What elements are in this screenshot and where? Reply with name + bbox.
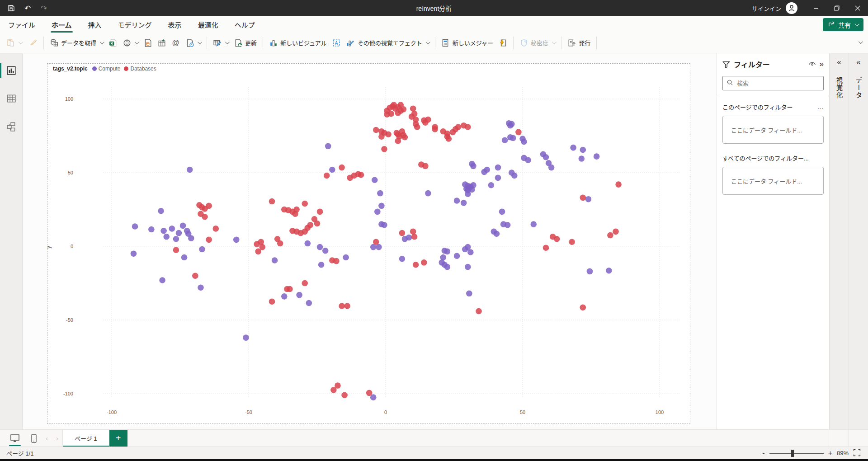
filter-search-box[interactable] bbox=[722, 76, 824, 90]
chevron-down-icon bbox=[855, 22, 859, 26]
chevron-down-icon bbox=[198, 40, 202, 44]
minimize-button[interactable] bbox=[806, 0, 826, 16]
collapse-filters-icon[interactable]: » bbox=[820, 60, 824, 69]
chevron-down-icon bbox=[135, 40, 139, 44]
menu-modeling[interactable]: モデリング bbox=[110, 16, 160, 33]
dropzone-hint: ここにデータ フィールド... bbox=[731, 177, 802, 185]
legend-label: Databases bbox=[130, 66, 156, 72]
visualizations-pane-label: 視覚化 bbox=[835, 77, 844, 99]
new-measure-button[interactable]: 新しいメジャー bbox=[439, 35, 496, 51]
publish-button[interactable]: 発行 bbox=[565, 35, 593, 51]
sql-server-button[interactable] bbox=[141, 35, 155, 51]
search-input[interactable] bbox=[737, 80, 814, 87]
share-icon bbox=[828, 21, 835, 29]
model-view-button[interactable] bbox=[0, 116, 23, 137]
text-box-icon: A bbox=[332, 38, 341, 47]
mobile-layout-button[interactable] bbox=[26, 430, 42, 447]
more-visuals-button[interactable]: その他の視覚エフェクト bbox=[344, 35, 432, 51]
filter-dropzone-page[interactable]: ここにデータ フィールド... bbox=[722, 116, 824, 144]
excel-workbook-button[interactable] bbox=[106, 35, 120, 51]
data-pane-collapsed[interactable]: « データ bbox=[849, 53, 868, 429]
page-bar: ‹ › ページ 1 + bbox=[0, 429, 868, 447]
report-canvas[interactable]: -100-50050100100500-50-100y tags_v2.topi… bbox=[23, 53, 717, 429]
legend-item-compute[interactable]: Compute bbox=[92, 66, 121, 72]
dataverse-icon: @ bbox=[171, 38, 180, 47]
new-visual-label: 新しいビジュアル bbox=[280, 38, 327, 47]
datasets-hub-icon bbox=[123, 38, 131, 47]
more-options-icon[interactable]: ... bbox=[817, 103, 824, 110]
desktop-layout-button[interactable] bbox=[7, 430, 23, 447]
zoom-controls: - + 89% bbox=[762, 449, 868, 458]
chevron-down-icon bbox=[552, 40, 557, 44]
report-view-button[interactable] bbox=[0, 60, 23, 81]
add-page-button[interactable]: + bbox=[109, 430, 127, 447]
zoom-in-button[interactable]: + bbox=[828, 449, 832, 457]
divider bbox=[829, 430, 829, 447]
compute-dot-icon bbox=[92, 66, 97, 71]
expand-data-icon[interactable]: « bbox=[856, 58, 860, 67]
quick-measure-button[interactable] bbox=[496, 35, 510, 51]
prev-page-arrow-icon[interactable]: ‹ bbox=[42, 434, 52, 442]
expand-visualizations-icon[interactable]: « bbox=[837, 58, 841, 67]
databases-dot-icon bbox=[124, 66, 128, 71]
chevron-down-icon bbox=[426, 40, 430, 44]
table-view-button[interactable] bbox=[0, 88, 23, 109]
view-rail bbox=[0, 53, 23, 429]
close-button[interactable] bbox=[847, 0, 868, 16]
dataverse-button[interactable]: @ bbox=[169, 35, 183, 51]
text-box-button[interactable]: A bbox=[330, 35, 344, 51]
window-bottom-edge bbox=[0, 459, 868, 461]
zoom-slider[interactable] bbox=[769, 453, 824, 454]
filter-dropzone-all[interactable]: ここにデータ フィールド... bbox=[722, 167, 824, 195]
account-avatar[interactable] bbox=[786, 2, 797, 14]
menu-optimize[interactable]: 最適化 bbox=[190, 16, 226, 33]
excel-icon bbox=[108, 38, 117, 47]
filters-title: フィルター bbox=[734, 59, 805, 70]
redo-icon[interactable]: ↷ bbox=[39, 3, 49, 13]
legend-item-databases[interactable]: Databases bbox=[124, 66, 156, 72]
menu-help[interactable]: ヘルプ bbox=[226, 16, 263, 33]
share-button[interactable]: 共有 bbox=[823, 18, 863, 31]
database-icon bbox=[50, 38, 58, 47]
visualizations-pane-collapsed[interactable]: « 視覚化 bbox=[829, 53, 849, 429]
eye-icon[interactable] bbox=[808, 61, 816, 68]
report-page[interactable] bbox=[47, 63, 690, 424]
save-icon[interactable] bbox=[6, 3, 16, 13]
zoom-slider-handle[interactable] bbox=[791, 450, 794, 457]
transform-data-button[interactable] bbox=[210, 35, 231, 51]
ribbon-separator bbox=[513, 37, 514, 49]
page-tab-1[interactable]: ページ 1 bbox=[62, 430, 109, 447]
paintbrush-icon bbox=[29, 38, 38, 47]
get-data-button[interactable]: データを取得 bbox=[47, 35, 106, 51]
menu-view[interactable]: 表示 bbox=[160, 16, 190, 33]
sign-in-button[interactable]: サインイン bbox=[747, 4, 786, 13]
undo-icon[interactable]: ↶ bbox=[23, 3, 33, 13]
menu-home[interactable]: ホーム bbox=[43, 16, 80, 33]
data-hub-button[interactable] bbox=[120, 35, 141, 51]
calculator-icon bbox=[441, 38, 450, 47]
recent-sources-icon bbox=[185, 38, 194, 47]
fit-to-page-icon[interactable] bbox=[853, 449, 861, 458]
enter-data-button[interactable] bbox=[155, 35, 169, 51]
new-table-icon bbox=[157, 38, 166, 47]
next-page-arrow-icon[interactable]: › bbox=[52, 434, 62, 442]
refresh-button[interactable]: 更新 bbox=[231, 35, 259, 51]
paste-button[interactable] bbox=[4, 35, 24, 51]
sensitivity-button[interactable]: 秘密度 bbox=[517, 35, 558, 51]
zoom-out-button[interactable]: - bbox=[762, 449, 764, 457]
menu-insert[interactable]: 挿入 bbox=[80, 16, 110, 33]
menu-file[interactable]: ファイル bbox=[0, 16, 43, 33]
zoom-level: 89% bbox=[837, 450, 849, 456]
refresh-icon bbox=[234, 38, 242, 47]
restore-button[interactable] bbox=[826, 0, 847, 16]
new-visual-button[interactable]: 新しいビジュアル bbox=[266, 35, 330, 51]
data-pane-label: データ bbox=[854, 77, 863, 99]
bar-chart-icon bbox=[269, 38, 278, 47]
sql-server-icon bbox=[143, 38, 152, 47]
recent-sources-button[interactable] bbox=[183, 35, 203, 51]
ribbon-separator bbox=[561, 37, 561, 49]
format-painter-button[interactable] bbox=[26, 35, 40, 51]
status-bar: ページ 1/1 - + 89% bbox=[0, 447, 868, 459]
sensitivity-label: 秘密度 bbox=[531, 38, 548, 47]
get-data-label: データを取得 bbox=[61, 38, 96, 47]
